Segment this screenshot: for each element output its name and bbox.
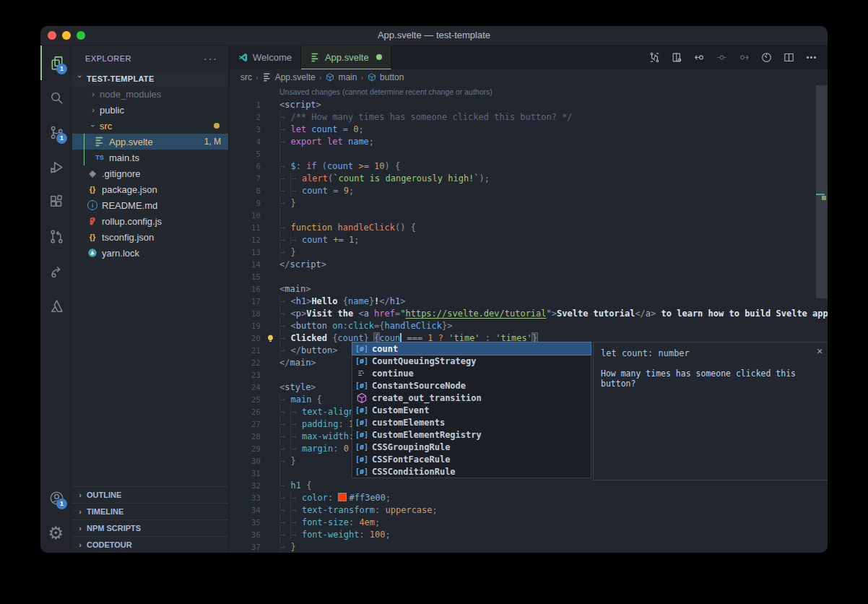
tab-app-svelte[interactable]: App.svelte <box>301 46 391 69</box>
sidebar-item--gitignore[interactable]: ◈.gitignore <box>72 165 228 181</box>
code-line[interactable]: 16<main> <box>229 283 828 295</box>
code-line[interactable]: 14</script> <box>229 259 828 271</box>
code-line[interactable]: 19→ <button on:click={handleClick}> <box>229 320 828 332</box>
activitybar-item-run-debug[interactable] <box>40 150 72 184</box>
activitybar-item-azure[interactable] <box>40 288 72 323</box>
lightbulb-icon[interactable] <box>266 334 275 343</box>
line-number: 18 <box>229 308 261 320</box>
activitybar-item-accounts[interactable]: 1 <box>40 480 72 515</box>
sidebar-section-npm-scripts[interactable]: ›NPM SCRIPTS <box>72 519 228 536</box>
sidebar-item-public[interactable]: ›public <box>72 102 228 118</box>
code-line[interactable]: 8→ → count = 9; <box>229 185 828 197</box>
badge: 1 <box>56 64 67 74</box>
code-line[interactable]: 13→ } <box>229 246 828 259</box>
bracket-variable-icon: [ø] <box>355 418 368 426</box>
workspace-root-folder[interactable]: › TEST-TEMPLATE <box>72 71 228 86</box>
code-editor[interactable]: Unsaved changes (cannot determine recent… <box>229 85 828 553</box>
activitybar-item-settings[interactable]: ⚙ <box>40 515 72 550</box>
current-change-icon[interactable] <box>716 51 728 64</box>
chevron-right-icon: › <box>90 105 97 114</box>
code-line[interactable]: 10 <box>229 210 828 222</box>
code-line[interactable]: 37→ } <box>229 541 828 553</box>
timeline-icon[interactable] <box>760 51 773 64</box>
suggestion-count[interactable]: [ø]count <box>352 342 591 355</box>
previous-change-icon[interactable] <box>693 51 706 64</box>
code-line[interactable]: 11→ function handleClick() { <box>229 222 828 234</box>
activitybar-item-search[interactable] <box>40 80 72 115</box>
code-line[interactable]: 4→ export let name; <box>229 136 828 148</box>
sidebar-item-rollup-config-js[interactable]: rollup.config.js <box>72 213 228 229</box>
code-line[interactable]: 9→ } <box>229 197 828 210</box>
line-number: 22 <box>229 357 261 369</box>
module-cube-icon <box>355 392 368 405</box>
line-number: 4 <box>229 136 261 148</box>
suggestion-customelementregistry[interactable]: [ø]CustomElementRegistry <box>352 428 591 441</box>
breadcrumb-item-src[interactable]: src <box>240 72 252 82</box>
more-actions-icon[interactable] <box>805 51 817 64</box>
sidebar-item-src[interactable]: ›src <box>72 118 228 134</box>
code-line[interactable]: 32→ h1 { <box>229 480 828 492</box>
code-line[interactable]: 2→ /** How many times has someone clicke… <box>229 111 828 124</box>
sidebar-section-codetour[interactable]: ›CODETOUR <box>72 536 228 553</box>
breadcrumb-item-main[interactable]: main <box>325 72 357 82</box>
suggestion-customevent[interactable]: [ø]CustomEvent <box>352 404 591 416</box>
sidebar-item-yarn-lock[interactable]: yarn.lock <box>72 245 228 261</box>
code-line[interactable]: 5 <box>229 148 828 160</box>
tab-welcome[interactable]: Welcome <box>229 46 301 69</box>
editor-scrollbar[interactable] <box>816 85 828 298</box>
sidebar-item-main-ts[interactable]: TSmain.ts <box>72 150 228 165</box>
code-line[interactable]: 36→ → font-weight: 100; <box>229 529 828 541</box>
sidebar-item-app-svelte[interactable]: App.svelte1, M <box>72 134 228 150</box>
breadcrumb-item-app-svelte[interactable]: App.svelte <box>262 72 316 82</box>
activitybar-item-github-pull-requests[interactable] <box>40 219 72 254</box>
code-line[interactable]: 34→ → text-transform: uppercase; <box>229 504 828 517</box>
line-number: 23 <box>229 369 261 381</box>
pull-request-icon <box>48 228 65 245</box>
code-line[interactable]: 6→ $: if (count >= 10) { <box>229 160 828 173</box>
breadcrumb-item-button[interactable]: button <box>367 72 404 82</box>
sidebar-section-timeline[interactable]: ›TIMELINE <box>72 503 228 519</box>
suggestion-constantsourcenode[interactable]: [ø]ConstantSourceNode <box>352 379 591 392</box>
suggestion-cssgroupingrule[interactable]: [ø]CSSGroupingRule <box>352 441 591 453</box>
code-line[interactable]: 12→ → count += 1; <box>229 234 828 246</box>
open-preview-icon[interactable] <box>671 51 683 64</box>
code-line[interactable]: 7→ → alert(`count is dangerously high!`)… <box>229 173 828 185</box>
suggestion-customelements[interactable]: [ø]customElements <box>352 416 591 428</box>
activitybar-item-extensions[interactable] <box>40 184 72 219</box>
file-label: README.md <box>102 200 157 211</box>
code-line[interactable]: 17→ <h1>Hello {name}!</h1> <box>229 295 828 308</box>
next-change-icon[interactable] <box>738 51 750 64</box>
problems-badge: 1, M <box>204 137 221 147</box>
activitybar-item-live-share[interactable] <box>40 254 72 288</box>
code-line[interactable]: 35→ → font-size: 4em; <box>229 517 828 529</box>
line-number: 13 <box>229 246 261 259</box>
suggestion-cssconditionrule[interactable]: [ø]CSSConditionRule <box>352 465 591 478</box>
suggestion-create_out_transition[interactable]: create_out_transition <box>352 392 591 404</box>
chevron-right-icon: › <box>77 491 84 499</box>
code-line[interactable]: 15 <box>229 271 828 283</box>
suggestion-continue[interactable]: continue <box>352 367 591 379</box>
explorer-actions-icon[interactable]: ··· <box>204 53 218 64</box>
sidebar-item-tsconfig-json[interactable]: {}tsconfig.json <box>72 229 228 245</box>
close-icon[interactable]: ✕ <box>817 345 823 356</box>
suggestion-countqueuingstrategy[interactable]: [ø]CountQueuingStrategy <box>352 355 591 367</box>
sidebar-item-readme-md[interactable]: iREADME.md <box>72 197 228 213</box>
sidebar-item-package-json[interactable]: {}package.json <box>72 181 228 197</box>
activitybar-item-source-control[interactable]: 1 <box>40 115 72 150</box>
screenshot-stage: { "window": {"title": "App.svelte — test… <box>0 0 868 604</box>
tab-bar: WelcomeApp.svelte <box>229 46 828 69</box>
sidebar-item-node-modules[interactable]: ›node_modules <box>72 86 228 102</box>
line-number: 7 <box>229 173 261 185</box>
code-line[interactable]: 3→ let count = 0; <box>229 124 828 136</box>
codelens-annotation[interactable]: Unsaved changes (cannot determine recent… <box>229 85 828 99</box>
suggestion-cssfontfacerule[interactable]: [ø]CSSFontFaceRule <box>352 453 591 465</box>
sidebar-section-outline[interactable]: ›OUTLINE <box>72 486 228 503</box>
code-line[interactable]: 1<script> <box>229 99 828 111</box>
code-line[interactable]: 18→ <p>Visit the <a href="https://svelte… <box>229 308 828 320</box>
compare-changes-icon[interactable] <box>648 51 661 64</box>
code-line[interactable]: 33→ → color: #ff3e00; <box>229 492 828 504</box>
activitybar-item-explorer[interactable]: 1 <box>40 46 72 80</box>
line-number: 2 <box>229 111 261 124</box>
split-editor-icon[interactable] <box>783 51 795 64</box>
line-number: 3 <box>229 124 261 136</box>
